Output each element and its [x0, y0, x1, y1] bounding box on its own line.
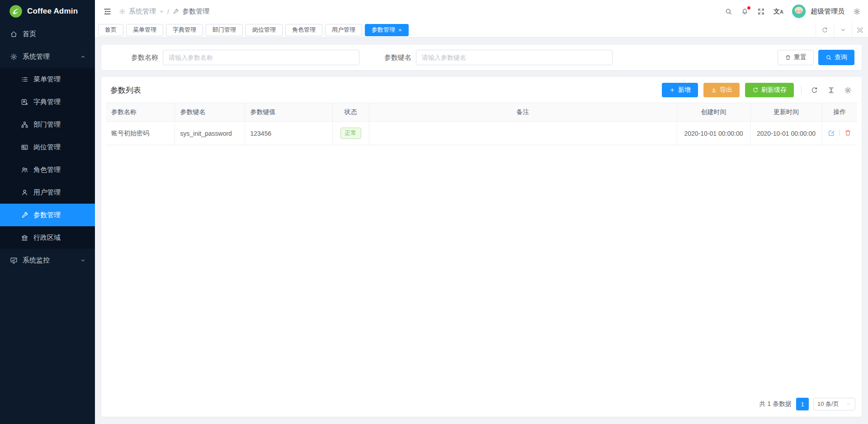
tabs-refresh-icon[interactable] — [816, 23, 834, 37]
settings-gear-icon[interactable] — [853, 8, 861, 15]
tab-role-mgmt[interactable]: 角色管理 — [285, 24, 322, 36]
chevron-down-icon — [846, 401, 851, 407]
status-badge: 正常 — [340, 128, 361, 139]
sidebar-item-menu-mgmt[interactable]: 菜单管理 — [0, 68, 95, 91]
breadcrumb-separator: / — [167, 8, 169, 15]
sidebar-item-dept-mgmt[interactable]: 部门管理 — [0, 113, 95, 136]
add-button[interactable]: 新增 — [662, 83, 698, 97]
list-icon — [21, 76, 28, 83]
param-name-input[interactable] — [163, 50, 359, 65]
sidebar-item-role-mgmt[interactable]: 角色管理 — [0, 158, 95, 181]
param-key-form-item: 参数键名 — [384, 50, 613, 65]
sidebar-submenu-system: 菜单管理 字典管理 部门管理 — [0, 68, 95, 249]
tab-bar-tools — [816, 23, 868, 37]
dictionary-icon — [21, 98, 28, 106]
sidebar-item-label: 首页 — [23, 30, 36, 38]
export-button[interactable]: 导出 — [703, 83, 740, 97]
translate-icon[interactable]: 文A — [774, 8, 783, 14]
app-title: Coffee Admin — [27, 7, 78, 16]
cell-param-name: 账号初始密码 — [106, 122, 175, 145]
page-size-select[interactable]: 10 条/页 — [813, 398, 855, 410]
tab-menu-mgmt[interactable]: 菜单管理 — [126, 24, 163, 36]
tab-dict-mgmt[interactable]: 字典管理 — [166, 24, 203, 36]
pagination-page-1[interactable]: 1 — [796, 398, 809, 410]
table-refresh-icon[interactable] — [809, 86, 820, 94]
layout-maximize-icon[interactable] — [852, 23, 868, 37]
reset-button[interactable]: 重置 — [778, 50, 814, 65]
id-card-icon — [21, 143, 28, 151]
delete-icon[interactable] — [844, 129, 852, 137]
edit-icon[interactable] — [828, 129, 835, 137]
chevron-up-icon — [80, 54, 86, 60]
notification-bell-icon[interactable] — [741, 8, 749, 15]
roles-icon — [21, 166, 28, 174]
card-title: 参数列表 — [110, 85, 141, 95]
search-button[interactable]: 查询 — [818, 50, 854, 65]
user-icon — [21, 189, 28, 196]
leaf-logo-icon — [9, 5, 23, 18]
tab-user-mgmt[interactable]: 用户管理 — [325, 24, 362, 36]
tab-close-icon[interactable]: × — [398, 27, 402, 33]
table-settings-gear-icon[interactable] — [842, 86, 854, 94]
download-icon — [711, 87, 717, 93]
sidebar-item-label: 行政区域 — [33, 233, 61, 242]
sidebar-item-param-mgmt[interactable]: 参数管理 — [0, 204, 95, 226]
table-header-row: 参数名称 参数键名 参数键值 状态 备注 创建时间 更新时间 操作 — [106, 103, 857, 122]
sidebar-item-dict-mgmt[interactable]: 字典管理 — [0, 91, 95, 113]
sidebar-item-label: 菜单管理 — [33, 75, 61, 84]
breadcrumb-item-system[interactable]: 系统管理 — [129, 7, 156, 16]
table-density-icon[interactable] — [826, 86, 837, 94]
search-form-panel: 参数名称 参数键名 重置 — [101, 45, 862, 70]
sidebar-item-label: 参数管理 — [33, 211, 61, 219]
search-icon[interactable] — [725, 8, 732, 15]
sidebar: Coffee Admin 首页 系统管理 — [0, 0, 95, 424]
table-row[interactable]: 账号初始密码 sys_init_password 123456 正常 2020-… — [106, 122, 857, 145]
fullscreen-icon[interactable] — [757, 8, 765, 15]
sidebar-item-label: 字典管理 — [33, 98, 61, 106]
gear-icon — [10, 53, 18, 61]
sidebar-item-label: 系统监控 — [23, 256, 50, 265]
breadcrumb-item-param: 参数管理 — [182, 7, 209, 16]
app-logo[interactable]: Coffee Admin — [0, 0, 95, 23]
cell-actions — [822, 122, 857, 145]
refresh-icon — [752, 87, 759, 93]
sidebar-item-region-mgmt[interactable]: 行政区域 — [0, 226, 95, 249]
sidebar-item-monitor[interactable]: 系统监控 — [0, 249, 95, 272]
sidebar-menu: 首页 系统管理 菜单管理 — [0, 23, 95, 424]
tab-param-mgmt[interactable]: 参数管理 × — [365, 24, 409, 36]
wrench-icon — [21, 211, 28, 219]
sidebar-collapse-button[interactable] — [103, 7, 112, 16]
sidebar-item-label: 系统管理 — [23, 52, 50, 61]
sidebar-item-label: 角色管理 — [33, 166, 61, 174]
user-name[interactable]: 超级管理员 — [811, 7, 844, 16]
col-header-status: 状态 — [332, 103, 369, 122]
tab-home[interactable]: 首页 — [98, 24, 123, 36]
user-avatar[interactable] — [792, 5, 806, 18]
chevron-down-icon — [80, 257, 86, 263]
pagination: 共 1 条数据 1 10 条/页 — [106, 392, 857, 412]
notification-badge-dot — [747, 6, 750, 10]
cell-param-value: 123456 — [245, 122, 332, 145]
tab-dept-mgmt[interactable]: 部门管理 — [206, 24, 243, 36]
page-content: 参数名称 参数键名 重置 — [95, 38, 868, 424]
pagination-total: 共 1 条数据 — [759, 400, 792, 408]
chevron-down-icon[interactable] — [159, 9, 164, 14]
refresh-cache-button[interactable]: 刷新缓存 — [745, 83, 794, 97]
param-key-input[interactable] — [416, 50, 613, 65]
sidebar-item-user-mgmt[interactable]: 用户管理 — [0, 181, 95, 204]
col-header-created: 创建时间 — [677, 103, 750, 122]
collapse-menu-icon — [103, 7, 112, 16]
sidebar-item-system-mgmt[interactable]: 系统管理 — [0, 45, 95, 68]
top-header: 系统管理 / 参数管理 — [95, 0, 868, 23]
tabs-dropdown-chevron-icon[interactable] — [834, 23, 852, 37]
sidebar-item-post-mgmt[interactable]: 岗位管理 — [0, 136, 95, 158]
cell-created-time: 2020-10-01 00:00:00 — [677, 122, 750, 145]
sidebar-item-home[interactable]: 首页 — [0, 23, 95, 45]
card-actions: 新增 导出 刷新缓存 — [662, 83, 854, 97]
header-actions: 文A 超级管理员 — [725, 5, 861, 18]
param-list-panel: 参数列表 新增 导出 — [101, 77, 862, 417]
tab-post-mgmt[interactable]: 岗位管理 — [245, 24, 283, 36]
trash-icon — [785, 54, 791, 61]
main-area: 系统管理 / 参数管理 — [95, 0, 868, 424]
tab-bar: 首页 菜单管理 字典管理 部门管理 岗位管理 角色管理 用户管理 参数管理 × — [95, 23, 868, 38]
